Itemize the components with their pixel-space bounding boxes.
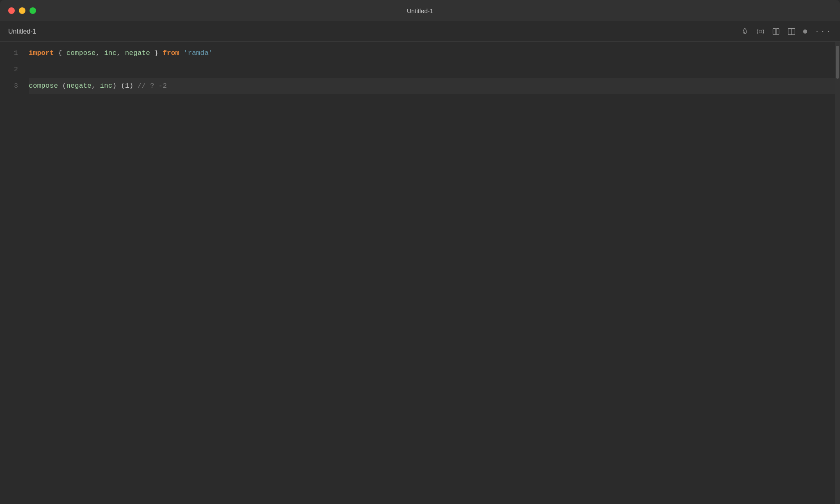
- svg-rect-2: [776, 28, 779, 34]
- scrollbar-thumb: [836, 46, 839, 79]
- traffic-lights: [8, 7, 36, 14]
- columns-icon[interactable]: [772, 27, 780, 36]
- punct-brace-close: }: [150, 48, 163, 59]
- code-line-3: compose ( negate , inc ) ( 1 ) // ? -2: [29, 78, 840, 94]
- line-numbers: 1 2 3: [0, 42, 25, 504]
- minimize-button[interactable]: [19, 7, 25, 14]
- code-line-2: [29, 61, 840, 78]
- close-button[interactable]: [8, 7, 15, 14]
- result-value: -2: [158, 80, 167, 91]
- punct-comma-3: ,: [91, 80, 100, 91]
- fn-compose: compose: [66, 48, 96, 59]
- punct-brace-open: {: [54, 48, 66, 59]
- keyword-import: import: [29, 48, 54, 59]
- svg-rect-0: [759, 30, 762, 33]
- editor-area: 1 2 3 import { compose , inc , negate } …: [0, 42, 840, 504]
- toolbar: Untitled-1: [0, 21, 840, 42]
- toolbar-filename: Untitled-1: [8, 28, 36, 35]
- dot: [803, 30, 807, 34]
- more-options-icon[interactable]: ···: [815, 27, 832, 36]
- columns-svg: [772, 27, 780, 36]
- broadcast-svg: [756, 27, 765, 36]
- broadcast-icon[interactable]: [756, 27, 765, 36]
- line-number-1: 1: [14, 45, 18, 61]
- flame-svg: [741, 27, 749, 36]
- punct-paren-3: ): [129, 80, 137, 91]
- punct-space: [179, 48, 183, 59]
- fn-negate-arg: negate: [66, 80, 91, 91]
- svg-rect-1: [773, 28, 776, 34]
- fn-inc-arg: inc: [100, 80, 112, 91]
- number-1: 1: [125, 80, 129, 91]
- window-title: Untitled-1: [407, 7, 433, 14]
- fn-inc: inc: [104, 48, 117, 59]
- string-ramda: 'ramda': [184, 48, 213, 59]
- code-area[interactable]: import { compose , inc , negate } from '…: [25, 42, 840, 504]
- maximize-button[interactable]: [30, 7, 36, 14]
- split-svg: [788, 27, 796, 36]
- fn-compose-call: compose: [29, 80, 58, 91]
- window: Untitled-1 Untitled-1: [0, 0, 840, 504]
- punct-comma-2: ,: [116, 48, 125, 59]
- punct-paren-1: (: [58, 80, 66, 91]
- punct-comma-1: ,: [96, 48, 104, 59]
- code-line-1: import { compose , inc , negate } from '…: [29, 45, 840, 61]
- scrollbar[interactable]: [835, 42, 840, 504]
- titlebar: Untitled-1: [0, 0, 840, 21]
- line-number-3: 3: [14, 78, 18, 94]
- comment-question: // ?: [137, 80, 158, 91]
- split-icon[interactable]: [788, 27, 796, 36]
- toolbar-actions: ···: [741, 27, 832, 36]
- flame-icon[interactable]: [741, 27, 749, 36]
- keyword-from: from: [163, 48, 180, 59]
- line-number-2: 2: [14, 61, 18, 78]
- punct-paren-2: ) (: [112, 80, 125, 91]
- status-dot-icon: [803, 30, 807, 34]
- fn-negate: negate: [125, 48, 150, 59]
